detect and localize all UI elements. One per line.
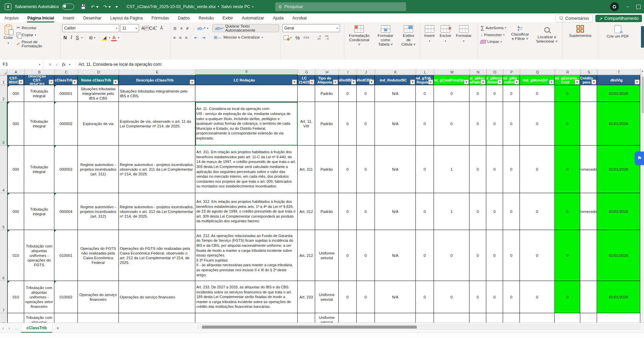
tab-layout-da-pagina[interactable]: Layout da Página bbox=[106, 13, 147, 22]
column-letter-H[interactable]: H bbox=[315, 69, 339, 75]
cell-E4[interactable]: Regime automotivo - projetos incentivado… bbox=[119, 146, 195, 193]
header-cell-C[interactable]: cClassTrib▼ bbox=[54, 75, 78, 85]
cell-G4[interactable]: Art. 311 bbox=[298, 146, 315, 193]
cell-D4[interactable]: Regime automotivo - projetos incentivado… bbox=[78, 146, 119, 193]
header-cell-P[interactable]: ind_gMo noRet▼ bbox=[503, 75, 520, 85]
font-color-button[interactable]: A bbox=[111, 34, 117, 41]
cell-R4[interactable]: 0 bbox=[555, 146, 580, 193]
tab-revisao[interactable]: Revisão bbox=[194, 13, 218, 22]
redo-icon[interactable]: ↷ ▾ bbox=[103, 4, 111, 9]
cell-K5[interactable]: N/A bbox=[375, 193, 416, 230]
cell-R3[interactable]: 0 bbox=[555, 102, 580, 146]
floating-flag-button[interactable]: ⚑ bbox=[635, 152, 644, 165]
undo-icon[interactable]: ↶ ▾ bbox=[91, 4, 99, 9]
header-cell-A[interactable]: CST- IBS/C▼ bbox=[7, 75, 24, 85]
cell-J8[interactable] bbox=[357, 313, 375, 323]
cell-I8[interactable] bbox=[339, 313, 357, 323]
underline-button[interactable]: S bbox=[75, 34, 80, 41]
cell-S3[interactable] bbox=[580, 102, 597, 146]
column-letter-S[interactable]: S bbox=[581, 69, 597, 75]
filter-button-C[interactable]: ▼ bbox=[72, 79, 77, 84]
cell-B7[interactable]: Tributação com alíquotas uniformes - ope… bbox=[24, 281, 54, 313]
column-letter-O[interactable]: O bbox=[487, 69, 503, 75]
cell-H8[interactable]: Uniforme setorial bbox=[315, 313, 339, 323]
align-right-button[interactable]: ≡ bbox=[184, 35, 189, 41]
cell-I3[interactable]: 0 bbox=[339, 102, 357, 146]
cell-H3[interactable]: Padrão bbox=[315, 102, 339, 146]
cell-Q8[interactable] bbox=[520, 313, 555, 323]
cell-R5[interactable]: 0 bbox=[555, 193, 580, 230]
document-title[interactable]: CST_cClassTrib_2025-10-03_Public_verde.x… bbox=[127, 4, 216, 9]
cell-S4[interactable]: Fornecedor bbox=[580, 146, 597, 193]
addins-button[interactable]: Suplementos bbox=[566, 24, 594, 39]
cell-A4[interactable]: 000 bbox=[7, 146, 24, 193]
row-number-7[interactable]: 7 bbox=[0, 281, 7, 313]
cell-P3[interactable]: 0 bbox=[503, 102, 520, 146]
cell-Q3[interactable]: 0 bbox=[520, 102, 555, 146]
header-cell-D[interactable]: Nome cClassTrib▼ bbox=[78, 75, 119, 85]
sheet-nav-right-icon[interactable]: › bbox=[6, 326, 12, 331]
sort-filter-button[interactable]: AZ▽ Classificar e Filtrar ˅ bbox=[507, 25, 533, 42]
cell-R8[interactable] bbox=[555, 313, 580, 323]
tab-exibir[interactable]: Exibir bbox=[218, 13, 237, 22]
header-cell-N[interactable]: ind_gMon oPadra▼ bbox=[469, 75, 486, 85]
cell-L4[interactable]: 0 bbox=[416, 146, 434, 193]
cell-K8[interactable] bbox=[375, 313, 416, 323]
cell-N7[interactable]: 0 bbox=[469, 281, 486, 313]
share-button[interactable]: ↗ Compartilhamento bbox=[595, 15, 642, 22]
header-cell-T[interactable]: dIniVig▼ bbox=[597, 75, 640, 85]
cell-I6[interactable]: 0 bbox=[339, 230, 357, 281]
cell-G3[interactable]: Art. 11, VIII bbox=[298, 102, 315, 146]
cell-C6[interactable]: 010001 bbox=[54, 230, 78, 281]
cell-M2[interactable]: 0 bbox=[434, 85, 469, 102]
tab-formulas[interactable]: Fórmulas bbox=[147, 13, 174, 22]
number-format-select[interactable]: Geral▾ bbox=[282, 24, 340, 32]
header-cell-L[interactable]: ind_gTrib Regula▼ bbox=[416, 75, 434, 85]
paste-button[interactable]: Colar▾ bbox=[1, 24, 15, 46]
cell-P6[interactable]: 0 bbox=[503, 230, 520, 281]
decrease-font-button[interactable]: Ǎ bbox=[159, 25, 164, 31]
cell-F4[interactable]: Art. 311. Em relação aos projetos habili… bbox=[195, 146, 298, 193]
cell-N4[interactable]: 0 bbox=[469, 146, 486, 193]
cell-T5[interactable]: 01/01/2026 bbox=[597, 193, 640, 230]
insert-cells-button[interactable]: Inserir▾ bbox=[422, 24, 437, 44]
row-number-2[interactable]: 2 bbox=[0, 85, 7, 102]
account-avatar[interactable]: G bbox=[610, 2, 619, 11]
cell-N5[interactable]: 0 bbox=[469, 193, 486, 230]
column-letter-E[interactable]: E bbox=[119, 69, 196, 75]
sheet-tab-cclasstrib[interactable]: cClassTrib bbox=[21, 323, 53, 333]
header-cell-I[interactable]: pRedIBS▼ bbox=[339, 75, 357, 85]
cell-M3[interactable]: 0 bbox=[434, 102, 469, 146]
fill-color-dropdown[interactable]: ▾ bbox=[109, 36, 110, 39]
row-number-4[interactable]: 4 bbox=[0, 146, 7, 193]
clear-button[interactable]: Limpar▾ bbox=[479, 39, 507, 44]
filter-button-K[interactable]: ▼ bbox=[410, 79, 415, 84]
cell-H6[interactable]: Uniforme setorial bbox=[315, 230, 339, 281]
name-box[interactable]: F3▾ bbox=[0, 60, 43, 69]
cell-F3[interactable]: Art. 11. Considera-se local da operação … bbox=[195, 102, 298, 146]
column-letter-J[interactable]: J bbox=[357, 69, 375, 75]
vertical-scrollbar-thumb[interactable] bbox=[642, 76, 644, 113]
cell-O7[interactable]: 0 bbox=[486, 281, 503, 313]
cell-E5[interactable]: Regime automotivo - projetos incentivado… bbox=[119, 193, 195, 230]
column-letter-G[interactable]: G bbox=[298, 69, 315, 75]
cell-I7[interactable]: 0 bbox=[339, 281, 357, 313]
cell-K7[interactable]: N/A bbox=[375, 281, 416, 313]
cell-A2[interactable]: 000 bbox=[7, 85, 24, 102]
column-letter-N[interactable]: N bbox=[470, 69, 487, 75]
cell-R6[interactable]: 0 bbox=[555, 230, 580, 281]
sheet-nav-left-icon[interactable]: ‹ bbox=[0, 326, 6, 331]
column-letter-R[interactable]: R bbox=[555, 69, 581, 75]
tab-automatizar[interactable]: Automatizar bbox=[237, 13, 268, 22]
header-cell-H[interactable]: Tipo de Alíquota▼ bbox=[315, 75, 339, 85]
column-letter-C[interactable]: C bbox=[55, 69, 78, 75]
cell-K6[interactable]: N/A bbox=[375, 230, 416, 281]
tab-arquivo[interactable]: Arquivo bbox=[0, 13, 23, 22]
bold-button[interactable]: N bbox=[62, 34, 68, 41]
row-number-3[interactable]: 3 bbox=[0, 102, 7, 146]
tab-ajuda[interactable]: Ajuda bbox=[268, 13, 288, 22]
column-letter-F[interactable]: F bbox=[196, 69, 298, 75]
cell-H4[interactable]: Padrão bbox=[315, 146, 339, 193]
filter-button-D[interactable]: ▼ bbox=[113, 79, 118, 84]
cell-L2[interactable]: 0 bbox=[416, 85, 434, 102]
